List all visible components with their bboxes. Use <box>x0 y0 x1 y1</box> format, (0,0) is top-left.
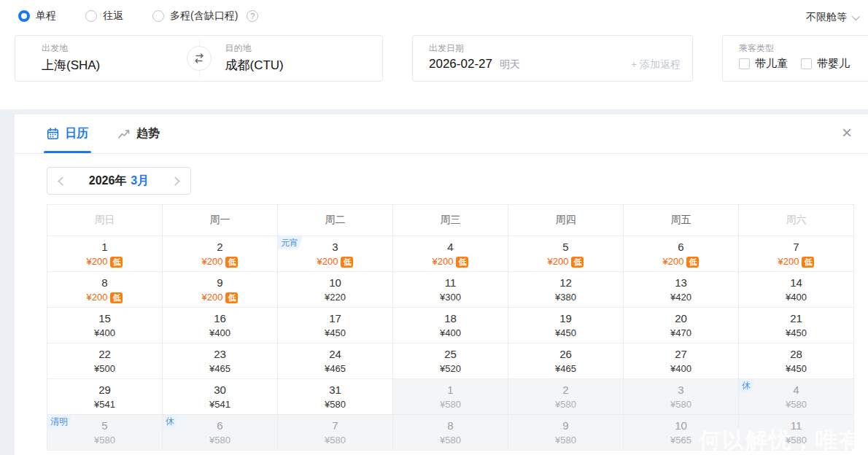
low-price-badge: 低 <box>802 257 814 268</box>
calendar-day-cell[interactable]: 12¥380 <box>508 272 624 308</box>
calendar-day-cell[interactable]: 7¥200低 <box>739 236 854 272</box>
calendar-day-cell[interactable]: 5¥200低 <box>508 236 624 272</box>
price-value: ¥500 <box>94 363 115 374</box>
trip-type-option[interactable]: 往返 <box>85 9 123 23</box>
price-line: ¥520 <box>393 362 508 376</box>
calendar-day-cell[interactable]: 休4¥580 <box>739 379 854 415</box>
calendar-day-cell[interactable]: 8¥200低 <box>47 272 163 308</box>
calendar-day-cell[interactable]: 31¥580 <box>278 379 393 415</box>
swap-cities-button[interactable] <box>187 46 212 71</box>
price-value: ¥580 <box>209 435 230 446</box>
price-line: ¥200低 <box>163 254 277 268</box>
tab-calendar[interactable]: 日历 <box>47 114 88 153</box>
low-price-calendar-panel: 日历 趋势 × 2026年3月 周日周一周二周三周四周五周六1¥200低2¥20… <box>15 114 868 455</box>
weekday-header: 周日 <box>47 205 163 236</box>
calendar-day-cell[interactable]: 1¥200低 <box>47 236 163 272</box>
calendar-day-cell[interactable]: 9¥580 <box>508 415 624 451</box>
calendar-day-cell[interactable]: 2¥580 <box>508 379 624 415</box>
checkbox-icon[interactable] <box>801 58 812 69</box>
price-line: ¥400 <box>624 362 738 376</box>
day-number: 8 <box>47 276 162 290</box>
calendar-day-cell[interactable]: 3¥580 <box>624 379 739 415</box>
tab-trend[interactable]: 趋势 <box>117 114 160 153</box>
calendar-day-cell[interactable]: 16¥400 <box>163 308 278 343</box>
help-icon[interactable]: ? <box>247 10 258 22</box>
festival-tag: 元宵 <box>278 236 303 249</box>
trip-type-option[interactable]: 单程 <box>18 9 56 23</box>
day-number: 3 <box>624 383 738 397</box>
calendar-day-cell[interactable]: 19¥450 <box>508 308 624 343</box>
calendar-day-cell[interactable]: 22¥500 <box>47 343 163 379</box>
passenger-checkbox-label: 带儿童 <box>755 57 788 71</box>
calendar-day-cell[interactable]: 休6¥580 <box>163 415 278 451</box>
calendar-day-cell[interactable]: 17¥450 <box>278 308 393 343</box>
weekday-header: 周六 <box>739 205 854 236</box>
passenger-checkbox-option[interactable]: 带婴儿 <box>801 57 850 71</box>
calendar-day-cell[interactable]: 8¥580 <box>393 415 508 451</box>
low-price-badge: 低 <box>110 292 123 303</box>
day-number: 19 <box>508 311 623 326</box>
calendar-day-cell[interactable]: 10¥220 <box>278 272 393 308</box>
radio-icon[interactable] <box>152 10 164 22</box>
calendar-day-cell[interactable]: 23¥465 <box>163 343 278 379</box>
calendar-day-cell[interactable]: 25¥520 <box>393 343 508 379</box>
festival-tag: 清明 <box>47 415 72 428</box>
price-line: ¥400 <box>47 326 162 340</box>
price-value: ¥580 <box>555 399 576 410</box>
calendar-day-cell[interactable]: 15¥400 <box>47 308 163 343</box>
price-line: ¥200低 <box>47 290 162 304</box>
calendar-day-cell[interactable]: 13¥420 <box>624 272 739 308</box>
radio-icon[interactable] <box>18 10 30 22</box>
destination-field[interactable]: 目的地 成都(CTU) <box>199 36 383 81</box>
price-value: ¥200 <box>548 256 569 267</box>
date-card[interactable]: 出发日期 2026-02-27 明天 + 添加返程 <box>412 35 693 82</box>
price-calendar: 周日周一周二周三周四周五周六1¥200低2¥200低元宵3¥200低4¥200低… <box>47 204 854 451</box>
prev-month-icon[interactable] <box>58 176 67 186</box>
trip-type-option[interactable]: 多程(含缺口程) <box>152 9 238 23</box>
calendar-day-cell[interactable]: 11¥300 <box>393 272 508 308</box>
checkbox-icon[interactable] <box>739 58 750 69</box>
destination-value[interactable]: 成都(CTU) <box>225 57 383 74</box>
add-return-button[interactable]: + 添加返程 <box>631 58 681 71</box>
cabin-class-label: 不限舱等 <box>806 11 847 24</box>
calendar-day-cell[interactable]: 30¥541 <box>163 379 278 415</box>
price-value: ¥400 <box>670 363 691 374</box>
calendar-day-cell[interactable]: 18¥400 <box>393 308 508 343</box>
weekday-header: 周五 <box>624 205 739 236</box>
calendar-day-cell[interactable]: 9¥200低 <box>163 272 278 308</box>
calendar-day-cell[interactable]: 4¥200低 <box>393 236 508 272</box>
passenger-checkbox-option[interactable]: 带儿童 <box>739 57 788 71</box>
radio-icon[interactable] <box>85 10 97 22</box>
date-value[interactable]: 2026-02-27 <box>429 57 492 71</box>
price-line: ¥580 <box>624 397 738 411</box>
cabin-class-selector[interactable]: 不限舱等 <box>806 11 858 24</box>
calendar-day-cell[interactable]: 26¥465 <box>508 343 624 379</box>
calendar-day-cell[interactable]: 14¥400 <box>739 272 854 308</box>
departure-value[interactable]: 上海(SHA) <box>42 57 199 74</box>
calendar-day-cell[interactable]: 元宵3¥200低 <box>278 236 393 272</box>
calendar-day-cell[interactable]: 清明5¥580 <box>47 415 163 451</box>
calendar-day-cell[interactable]: 28¥450 <box>739 343 854 379</box>
date-label: 出发日期 <box>429 42 692 55</box>
chevron-down-icon <box>852 12 860 20</box>
calendar-day-cell[interactable]: 20¥470 <box>624 308 739 343</box>
price-line: ¥580 <box>508 397 623 411</box>
calendar-day-cell[interactable]: 2¥200低 <box>163 236 278 272</box>
calendar-day-cell[interactable]: 7¥580 <box>278 415 393 451</box>
calendar-day-cell[interactable]: 21¥450 <box>739 308 854 343</box>
calendar-day-cell[interactable]: 6¥200低 <box>624 236 739 272</box>
calendar-day-cell[interactable]: 29¥541 <box>47 379 163 415</box>
calendar-day-cell[interactable]: 24¥465 <box>278 343 393 379</box>
price-line: ¥200低 <box>739 254 853 268</box>
calendar-day-cell[interactable]: 27¥400 <box>624 343 739 379</box>
price-line: ¥580 <box>278 433 392 447</box>
calendar-day-cell[interactable]: 1¥580 <box>393 379 508 415</box>
next-month-icon[interactable] <box>171 176 180 186</box>
departure-label: 出发地 <box>42 42 199 55</box>
close-icon[interactable]: × <box>837 123 856 142</box>
day-number: 1 <box>393 383 508 397</box>
passenger-checkbox-group: 带儿童带婴儿 <box>739 57 868 71</box>
day-number: 30 <box>163 383 277 397</box>
departure-field[interactable]: 出发地 上海(SHA) <box>15 36 199 81</box>
price-value: ¥580 <box>325 435 346 446</box>
